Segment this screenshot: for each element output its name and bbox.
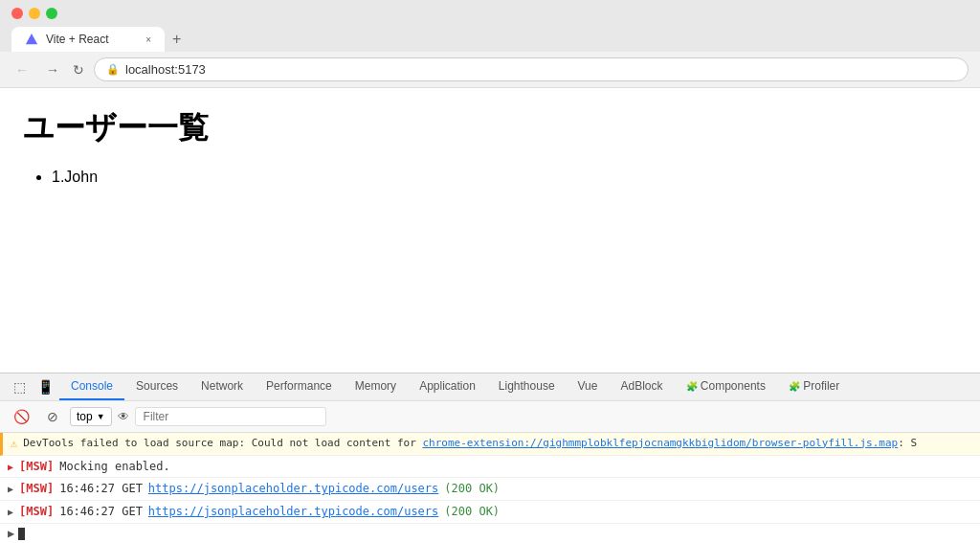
- console-line-msw-init: ▶ [MSW] Mocking enabled.: [0, 456, 980, 479]
- maximize-button[interactable]: [46, 8, 57, 19]
- list-item: 1.John: [52, 169, 957, 186]
- tab-bar: Vite + React × +: [11, 27, 969, 52]
- lock-icon: 🔒: [106, 63, 120, 76]
- tab-performance[interactable]: Performance: [255, 373, 344, 400]
- tab-sources[interactable]: Sources: [124, 373, 189, 400]
- filter-icon[interactable]: ⊘: [41, 405, 64, 428]
- forward-button[interactable]: →: [42, 60, 63, 79]
- reload-button[interactable]: ↻: [73, 62, 84, 78]
- devtools-inspect-icon[interactable]: ⬚: [8, 375, 32, 398]
- msw-log-status-2: (200 OK): [444, 504, 500, 520]
- warning-link[interactable]: chrome-extension://gighmmplobklfepjocnam…: [422, 437, 898, 449]
- back-button[interactable]: ←: [11, 60, 33, 79]
- tab-profiler[interactable]: 🧩 Profiler: [777, 373, 851, 400]
- console-cursor: [18, 528, 25, 540]
- tab-adblock[interactable]: AdBlock: [609, 373, 674, 400]
- new-tab-button[interactable]: +: [165, 27, 189, 52]
- tab-components[interactable]: 🧩 Components: [675, 373, 777, 400]
- context-label: top: [77, 410, 93, 423]
- tab-close-button[interactable]: ×: [145, 34, 151, 45]
- tab-application[interactable]: Application: [408, 373, 487, 400]
- svg-marker-0: [26, 34, 37, 44]
- msw-log-time-2: 16:46:27 GET: [59, 504, 143, 520]
- tab-title: Vite + React: [46, 33, 108, 46]
- msw-log-link-2[interactable]: https://jsonplaceholder.typicode.com/use…: [148, 504, 438, 520]
- msw-label: [MSW]: [19, 504, 54, 520]
- minimize-button[interactable]: [29, 8, 40, 19]
- context-selector[interactable]: top ▼: [70, 407, 112, 426]
- tab-console[interactable]: Console: [59, 373, 124, 400]
- console-input-line: ▶: [0, 524, 980, 543]
- tab-network[interactable]: Network: [189, 373, 255, 400]
- address-bar: ← → ↻ 🔒 localhost:5173: [0, 52, 980, 88]
- msw-label: [MSW]: [19, 459, 54, 475]
- user-list: 1.John: [23, 169, 957, 186]
- expand-arrow-icon[interactable]: ▶: [8, 483, 13, 496]
- vite-favicon-icon: [25, 33, 38, 46]
- devtools-device-icon[interactable]: 📱: [32, 375, 59, 398]
- devtools-tab-bar: ⬚ 📱 Console Sources Network Performance …: [0, 373, 980, 401]
- warning-icon: ⚠: [11, 436, 17, 452]
- console-filter-input[interactable]: [135, 407, 326, 426]
- url-text: localhost:5173: [125, 62, 206, 77]
- tab-memory[interactable]: Memory: [344, 373, 408, 400]
- msw-init-text: Mocking enabled.: [59, 459, 170, 475]
- close-button[interactable]: [11, 8, 23, 19]
- clear-console-icon[interactable]: 🚫: [8, 405, 35, 428]
- msw-log-link-1[interactable]: https://jsonplaceholder.typicode.com/use…: [148, 481, 438, 497]
- tab-lighthouse[interactable]: Lighthouse: [487, 373, 567, 400]
- msw-log-time-1: 16:46:27 GET: [59, 481, 143, 497]
- tab-vue[interactable]: Vue: [567, 373, 610, 400]
- console-output: ⚠ DevTools failed to load source map: Co…: [0, 433, 980, 543]
- browser-chrome: Vite + React × +: [0, 0, 980, 52]
- traffic-lights: [11, 8, 969, 19]
- msw-label: [MSW]: [19, 481, 54, 497]
- eye-icon[interactable]: 👁: [118, 410, 129, 423]
- expand-arrow-icon[interactable]: ▶: [8, 461, 13, 474]
- page-content: ユーザー一覧 1.John: [0, 88, 980, 373]
- console-line-msw-log-2: ▶ [MSW] 16:46:27 GET https://jsonplaceho…: [0, 501, 980, 524]
- url-bar[interactable]: 🔒 localhost:5173: [94, 57, 969, 81]
- active-tab[interactable]: Vite + React ×: [11, 27, 165, 52]
- console-line-warning: ⚠ DevTools failed to load source map: Co…: [0, 433, 980, 456]
- expand-arrow-icon[interactable]: ▶: [8, 506, 13, 519]
- console-line-msw-log-1: ▶ [MSW] 16:46:27 GET https://jsonplaceho…: [0, 478, 980, 501]
- page-title: ユーザー一覧: [23, 107, 957, 149]
- devtools-toolbar: 🚫 ⊘ top ▼ 👁: [0, 401, 980, 433]
- devtools-panel: ⬚ 📱 Console Sources Network Performance …: [0, 373, 980, 543]
- msw-log-status-1: (200 OK): [444, 481, 500, 497]
- chevron-down-icon: ▼: [97, 412, 105, 421]
- warning-text: DevTools failed to load source map: Coul…: [23, 436, 917, 450]
- console-prompt-icon: ▶: [8, 527, 14, 540]
